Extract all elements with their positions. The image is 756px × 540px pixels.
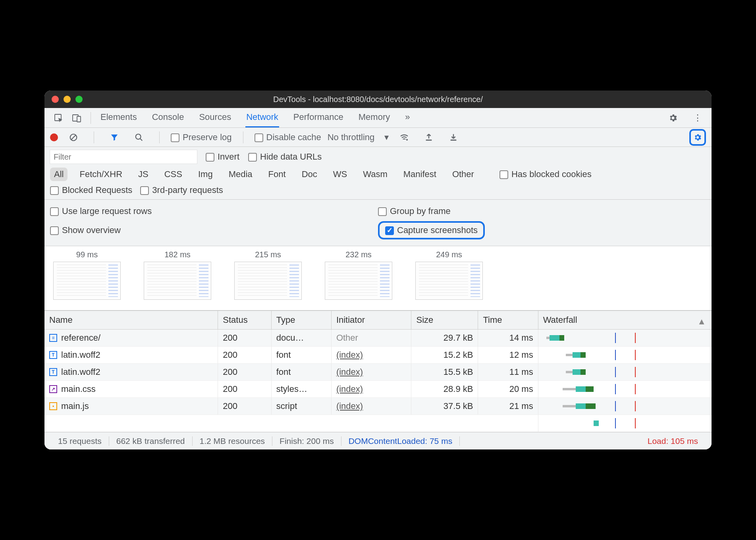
tab-network[interactable]: Network	[245, 108, 279, 127]
filter-type-wasm[interactable]: Wasm	[359, 168, 392, 181]
table-row[interactable]: Tlatin.woff2 200 font (index) 15.5 kB 11…	[44, 364, 712, 381]
capture-screenshots-checkbox[interactable]: Capture screenshots	[385, 225, 478, 235]
request-size: 28.9 kB	[411, 381, 478, 398]
col-waterfall[interactable]: Waterfall▲	[538, 311, 712, 330]
waterfall-bar	[543, 384, 707, 394]
inspect-element-icon[interactable]	[52, 111, 65, 125]
preserve-log-label: Preserve log	[183, 132, 232, 142]
blocked-requests-checkbox[interactable]: Blocked Requests	[50, 185, 132, 195]
col-size[interactable]: Size	[411, 311, 478, 330]
tab-sources[interactable]: Sources	[198, 108, 232, 127]
screenshot-thumb[interactable]: 99 ms	[53, 250, 121, 300]
tab-performance[interactable]: Performance	[293, 108, 344, 127]
request-size: 29.7 kB	[411, 330, 478, 347]
filter-type-css[interactable]: CSS	[160, 168, 186, 181]
col-initiator[interactable]: Initiator	[331, 311, 411, 330]
divider	[91, 112, 91, 124]
device-toggle-icon[interactable]	[70, 111, 83, 125]
screenshot-thumb[interactable]: 232 ms	[325, 250, 392, 300]
preserve-log-checkbox[interactable]: Preserve log	[171, 132, 232, 143]
filter-type-ws[interactable]: WS	[329, 168, 351, 181]
initiator-link[interactable]: (index)	[336, 401, 363, 411]
initiator-link[interactable]: (index)	[336, 350, 363, 360]
hide-data-urls-checkbox[interactable]: Hide data URLs	[248, 152, 322, 162]
svg-rect-9	[450, 139, 456, 141]
show-overview-checkbox[interactable]: Show overview	[50, 225, 121, 235]
network-settings-icon[interactable]	[689, 129, 706, 146]
svg-line-6	[140, 138, 143, 141]
col-status[interactable]: Status	[218, 311, 271, 330]
clear-button[interactable]	[67, 131, 80, 144]
screenshot-ts: 232 ms	[325, 250, 392, 259]
filter-type-img[interactable]: Img	[194, 168, 217, 181]
screenshot-thumb[interactable]: 215 ms	[234, 250, 302, 300]
screenshot-image	[415, 262, 483, 300]
network-conditions-icon[interactable]	[397, 131, 411, 144]
filter-type-media[interactable]: Media	[225, 168, 256, 181]
request-name: reference/	[61, 333, 100, 343]
devtools-tabbar: Elements Console Sources Network Perform…	[44, 108, 712, 128]
screenshots-strip: 99 ms 182 ms 215 ms 232 ms 249 ms	[44, 246, 712, 310]
request-size: 15.2 kB	[411, 347, 478, 364]
filter-toggle-icon[interactable]	[108, 131, 121, 144]
divider	[243, 131, 243, 143]
request-name: main.js	[61, 401, 89, 411]
screenshot-thumb[interactable]: 249 ms	[415, 250, 483, 300]
status-bar: 15 requests 662 kB transferred 1.2 MB re…	[44, 432, 712, 449]
table-row[interactable]: Tlatin.woff2 200 font (index) 15.2 kB 12…	[44, 347, 712, 364]
settings-gear-icon[interactable]	[666, 111, 680, 125]
group-by-frame-checkbox[interactable]: Group by frame	[378, 206, 451, 216]
has-blocked-cookies-checkbox[interactable]: Has blocked cookies	[499, 169, 592, 179]
large-rows-label: Use large request rows	[62, 206, 152, 216]
status-domcontentloaded: DOMContentLoaded: 75 ms	[341, 436, 459, 446]
filter-type-font[interactable]: Font	[264, 168, 290, 181]
table-row[interactable]: •main.js 200 script (index) 37.5 kB 21 m…	[44, 398, 712, 415]
tab-memory[interactable]: Memory	[358, 108, 391, 127]
large-rows-checkbox[interactable]: Use large request rows	[50, 206, 152, 216]
import-har-icon[interactable]	[422, 131, 436, 144]
third-party-checkbox[interactable]: 3rd-party requests	[140, 185, 223, 195]
invert-label: Invert	[218, 152, 239, 162]
filter-type-all[interactable]: All	[50, 168, 68, 181]
filter-type-manifest[interactable]: Manifest	[399, 168, 440, 181]
col-time[interactable]: Time	[478, 311, 538, 330]
disable-cache-checkbox[interactable]: Disable cache	[255, 132, 321, 143]
filter-type-other[interactable]: Other	[448, 168, 478, 181]
script-icon: •	[49, 402, 57, 410]
request-time: 11 ms	[478, 364, 538, 381]
request-status: 200	[218, 381, 271, 398]
screenshot-image	[53, 262, 121, 300]
throttling-select[interactable]: No throttling ▾	[328, 132, 389, 143]
col-name[interactable]: Name	[44, 311, 218, 330]
filter-type-fetch[interactable]: Fetch/XHR	[75, 168, 126, 181]
request-status: 200	[218, 364, 271, 381]
capture-screenshots-highlight: Capture screenshots	[378, 221, 485, 239]
screenshot-image	[144, 262, 211, 300]
capture-screenshots-label: Capture screenshots	[397, 225, 478, 235]
screenshot-thumb[interactable]: 182 ms	[144, 250, 211, 300]
waterfall-bar	[543, 333, 707, 343]
blocked-requests-label: Blocked Requests	[62, 185, 132, 195]
filter-type-js[interactable]: JS	[134, 168, 152, 181]
filter-input[interactable]	[50, 150, 197, 164]
invert-checkbox[interactable]: Invert	[206, 152, 239, 162]
request-time: 21 ms	[478, 398, 538, 415]
tab-console[interactable]: Console	[151, 108, 185, 127]
export-har-icon[interactable]	[447, 131, 460, 144]
window-titlebar: DevTools - localhost:8080/docs/devtools/…	[44, 91, 712, 108]
tab-elements[interactable]: Elements	[100, 108, 138, 127]
request-size: 37.5 kB	[411, 398, 478, 415]
initiator-link[interactable]: (index)	[336, 384, 363, 394]
col-type[interactable]: Type	[271, 311, 331, 330]
initiator-link[interactable]: (index)	[336, 367, 363, 377]
third-party-label: 3rd-party requests	[152, 185, 223, 195]
record-button[interactable]	[50, 133, 58, 141]
sort-indicator-icon: ▲	[697, 316, 706, 327]
more-menu-icon[interactable]: ⋮	[691, 111, 704, 125]
tabs-overflow-icon[interactable]: »	[404, 108, 411, 127]
search-icon[interactable]	[132, 131, 146, 144]
table-row[interactable]: ↗main.css 200 styles… (index) 28.9 kB 20…	[44, 381, 712, 398]
request-size: 15.5 kB	[411, 364, 478, 381]
table-row[interactable]: ≡reference/ 200 docu… Other 29.7 kB 14 m…	[44, 330, 712, 347]
filter-type-doc[interactable]: Doc	[298, 168, 321, 181]
